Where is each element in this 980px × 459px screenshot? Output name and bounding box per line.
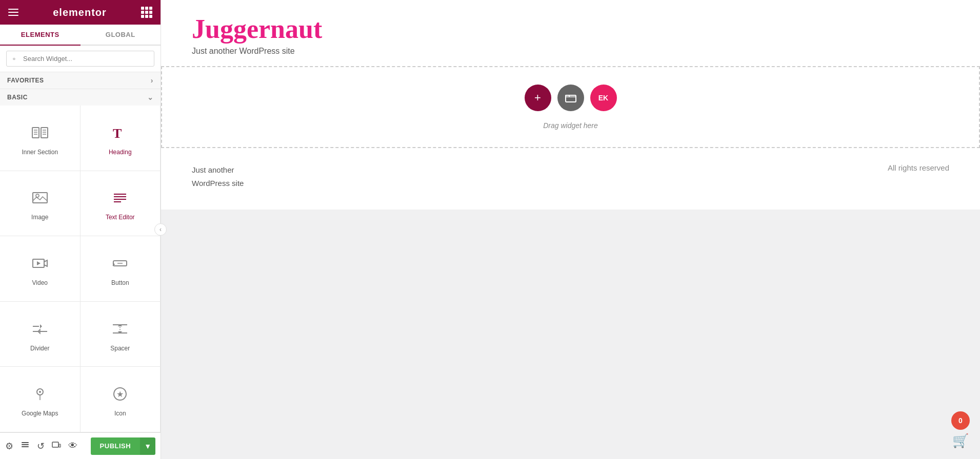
- widget-video[interactable]: Video: [0, 236, 81, 302]
- footer-right-text: All rights reserved: [888, 163, 949, 172]
- widget-button-label: Button: [111, 279, 129, 286]
- drag-hint: Drag widget here: [543, 121, 598, 130]
- widget-divider[interactable]: Divider: [0, 302, 81, 367]
- widget-google-maps[interactable]: Google Maps: [0, 367, 81, 432]
- cart-icon[interactable]: 🛒: [952, 433, 969, 449]
- favorites-arrow-icon: ›: [151, 76, 153, 85]
- spacer-icon: [111, 320, 129, 341]
- widget-inner-section-label: Inner Section: [22, 149, 58, 156]
- widget-inner-section[interactable]: Inner Section: [0, 106, 81, 171]
- footer-line2: WordPress site: [192, 179, 244, 187]
- basic-arrow-icon: ⌄: [147, 93, 154, 101]
- basic-section-header[interactable]: BASIC ⌄: [0, 89, 161, 106]
- publish-main-button[interactable]: PUBLISH: [91, 437, 141, 455]
- svg-rect-4: [41, 128, 48, 138]
- cart-count-badge[interactable]: 0: [951, 411, 970, 430]
- widget-spacer-label: Spacer: [110, 345, 130, 352]
- history-icon[interactable]: ↺: [37, 441, 45, 452]
- divider-icon: [31, 320, 49, 341]
- elementor-logo: elementor: [53, 7, 107, 18]
- inner-section-icon: [31, 123, 49, 144]
- tab-elements[interactable]: ELEMENTS: [0, 25, 81, 46]
- widget-icon-label: Icon: [114, 410, 126, 417]
- sidebar-collapse-handle[interactable]: ‹: [154, 223, 167, 236]
- settings-icon[interactable]: ⚙: [5, 441, 13, 452]
- site-title: Juggernaut: [192, 14, 949, 44]
- drop-zone-wrapper: + EK Drag widget here: [161, 66, 980, 148]
- sidebar-tabs: ELEMENTS GLOBAL: [0, 25, 161, 46]
- svg-rect-33: [52, 442, 58, 447]
- svg-marker-16: [37, 261, 41, 265]
- cart-area: 0 🛒: [951, 411, 970, 449]
- widget-image[interactable]: Image: [0, 171, 81, 237]
- main-canvas: Juggernaut Just another WordPress site +…: [161, 0, 980, 459]
- svg-text:T: T: [113, 126, 122, 141]
- bottom-icons: ⚙ ↺ 👁: [5, 440, 77, 452]
- text-editor-icon: [111, 189, 129, 210]
- svg-rect-0: [32, 128, 39, 138]
- add-widget-button[interactable]: +: [525, 85, 551, 111]
- add-template-folder-button[interactable]: [557, 85, 584, 111]
- drop-zone-buttons: + EK: [525, 85, 617, 111]
- widget-google-maps-label: Google Maps: [22, 410, 58, 417]
- widget-divider-label: Divider: [30, 345, 49, 352]
- svg-rect-9: [33, 193, 47, 203]
- site-footer: Just another WordPress site All rights r…: [161, 148, 980, 210]
- widget-heading[interactable]: T Heading: [81, 106, 161, 171]
- widget-video-label: Video: [32, 279, 48, 286]
- favorites-label: FAVORITES: [7, 77, 44, 84]
- svg-text:★: ★: [116, 390, 124, 399]
- hamburger-icon[interactable]: [8, 9, 18, 16]
- footer-left-text: Just another WordPress site: [192, 163, 244, 190]
- site-tagline: Just another WordPress site: [192, 47, 949, 56]
- favorites-section-header[interactable]: FAVORITES ›: [0, 72, 161, 89]
- tab-global[interactable]: GLOBAL: [81, 25, 161, 46]
- drop-zone: + EK Drag widget here: [161, 66, 980, 148]
- layers-icon[interactable]: [21, 440, 30, 452]
- widget-text-editor[interactable]: Text Editor: [81, 171, 161, 237]
- widget-spacer[interactable]: Spacer: [81, 302, 161, 367]
- image-icon: [31, 189, 49, 210]
- svg-point-27: [39, 391, 41, 393]
- canvas-area: Juggernaut Just another WordPress site +…: [161, 0, 980, 459]
- video-icon: [31, 254, 49, 275]
- search-icon: ⚬: [11, 55, 17, 62]
- footer-line1: Just another: [192, 165, 234, 174]
- search-input[interactable]: [6, 51, 154, 67]
- responsive-icon[interactable]: [52, 440, 61, 452]
- widget-button[interactable]: Button: [81, 236, 161, 302]
- sidebar: elementor ELEMENTS GLOBAL ⚬ FAVORITES › …: [0, 0, 161, 459]
- svg-rect-35: [566, 95, 576, 102]
- widget-icon[interactable]: ★ Icon: [81, 367, 161, 432]
- widget-grid: Inner Section T Heading Image: [0, 106, 161, 432]
- publish-button-group: PUBLISH ▼: [91, 437, 155, 455]
- svg-rect-30: [22, 446, 29, 447]
- svg-rect-31: [22, 444, 29, 445]
- icon-widget-icon: ★: [111, 385, 129, 406]
- svg-marker-20: [40, 324, 42, 328]
- widget-heading-label: Heading: [109, 149, 132, 156]
- publish-dropdown-button[interactable]: ▼: [140, 437, 155, 455]
- site-header: Juggernaut Just another WordPress site: [161, 0, 980, 66]
- grid-icon[interactable]: [141, 7, 152, 18]
- widget-image-label: Image: [31, 214, 48, 221]
- svg-rect-34: [59, 444, 61, 447]
- search-area: ⚬: [0, 46, 161, 72]
- google-maps-icon: [31, 385, 49, 406]
- basic-label: BASIC: [7, 94, 28, 101]
- sidebar-bottom-toolbar: ⚙ ↺ 👁 PUBLISH ▼: [0, 432, 161, 459]
- heading-icon: T: [111, 123, 129, 144]
- elementor-templates-button[interactable]: EK: [590, 85, 617, 111]
- button-icon: [111, 254, 129, 275]
- widget-text-editor-label: Text Editor: [106, 214, 135, 221]
- sidebar-header: elementor: [0, 0, 161, 25]
- svg-rect-32: [22, 442, 29, 443]
- eye-icon[interactable]: 👁: [68, 441, 77, 451]
